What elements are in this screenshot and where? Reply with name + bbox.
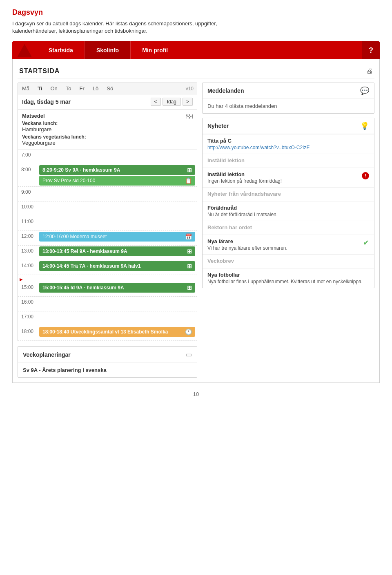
news-item-instaldd-1: Inställd lektion	[203, 154, 374, 168]
day-nav: < Idag >	[151, 98, 193, 106]
weekday-so[interactable]: Sö	[102, 83, 117, 94]
event-rel-9a-icon: ⊞	[187, 248, 192, 255]
event-moderna-museet[interactable]: 12:00-16:00 Moderna museet 📅	[39, 232, 195, 242]
time-slot-1200: 12:00 12:00-16:00 Moderna museet 📅	[18, 231, 197, 246]
veckoplaneringar-box: Veckoplaneringar ▭ Sv 9A - Årets planeri…	[18, 346, 197, 378]
nav-startsida[interactable]: Startsida	[37, 41, 85, 59]
meddelanden-icon: 💬	[360, 86, 369, 95]
main-content: STARTSIDA 🖨 Må Ti On To Fr Lö	[12, 59, 380, 383]
page-description: I dagsvyn ser du aktuell dags kalender. …	[12, 20, 380, 35]
news-item-vardnadshavare: Nyheter från vårdnadshavare	[203, 187, 374, 201]
time-content-900	[38, 187, 197, 188]
weekday-to[interactable]: To	[62, 83, 76, 94]
time-slot-900: 9:00	[18, 187, 197, 201]
news-content-instaldd-2: Inställd lektion Ingen lektion på fredag…	[207, 171, 282, 184]
event-prov-sv-icon: 📋	[185, 177, 192, 184]
event-id-9a-label: 15:00-15:45 Id 9A - hemklassum 9A	[42, 285, 124, 291]
event-utvecklingssamtal[interactable]: 18:00-18:40 Utvecklingssamtal vt 13 Elis…	[39, 327, 195, 337]
news-body-fotbollar: Nya fotbollar finns i uppehållsrummet. K…	[207, 279, 369, 284]
time-label-1100: 11:00	[18, 216, 38, 224]
news-title-instaldd-2[interactable]: Inställd lektion	[207, 171, 282, 177]
time-label-700: 7:00	[18, 150, 38, 158]
news-title-rektorn[interactable]: Rektorn har ordet	[207, 224, 369, 230]
event-id-9a[interactable]: 15:00-15:45 Id 9A - hemklassum 9A ⊞	[39, 283, 195, 293]
news-title-veckobrev[interactable]: Veckobrev	[207, 258, 369, 264]
time-slot-1800: 18:00 18:00-18:40 Utvecklingssamtal vt 1…	[18, 326, 197, 341]
time-slot-1700: 17:00	[18, 311, 197, 326]
time-content-1200: 12:00-16:00 Moderna museet 📅	[38, 231, 197, 242]
veckoplaneringar-icon: ▭	[186, 351, 192, 358]
news-row-instaldd-2: Inställd lektion Ingen lektion på fredag…	[207, 171, 369, 184]
nav-minprofil[interactable]: Min profil	[130, 41, 179, 59]
two-col-layout: Må Ti On To Fr Lö Sö v10 Idag, tisdag 5 …	[18, 83, 374, 378]
nyheter-title: Nyheter	[207, 123, 229, 129]
event-sv-9a-icon: ⊞	[187, 167, 192, 173]
prev-day-button[interactable]: <	[151, 98, 161, 106]
time-slot-800: 8:00 8:20-9:20 Sv 9A - hemklassum 9A ⊞ P…	[18, 164, 197, 187]
vp-item-sv9a[interactable]: Sv 9A - Årets planering i svenska	[23, 367, 192, 373]
nyheter-panel: Nyheter 💡 Titta på C http://www.youtube.…	[202, 118, 374, 288]
news-title-foraldrarad[interactable]: Föräldraråd	[207, 205, 369, 211]
nav-help-button[interactable]: ?	[362, 41, 380, 59]
startsida-title: STARTSIDA	[19, 67, 60, 75]
event-prov-sv-label: Prov Sv Prov sid 20-100	[42, 178, 95, 183]
nyheter-icon: 💡	[360, 121, 369, 130]
week-label: v10	[183, 83, 197, 94]
event-utvecklingssamtal-label: 18:00-18:40 Utvecklingssamtal vt 13 Elis…	[42, 329, 168, 335]
small-arrow-indicator: ▶	[18, 275, 197, 282]
news-title-nylararare[interactable]: Nya lärare	[207, 238, 287, 244]
veckans-lunch-value: Hamburgare	[22, 126, 193, 132]
event-rel-9a-label: 13:00-13:45 Rel 9A - hemklassum 9A	[42, 248, 127, 254]
time-content-1700	[38, 311, 197, 313]
nyheter-header: Nyheter 💡	[203, 118, 374, 134]
print-icon[interactable]: 🖨	[366, 67, 373, 75]
veckans-veg-label: Veckans vegetariska lunch:	[22, 134, 193, 140]
news-badge-green: ✔	[363, 238, 369, 247]
left-column: Må Ti On To Fr Lö Sö v10 Idag, tisdag 5 …	[18, 83, 197, 378]
next-day-button[interactable]: >	[183, 98, 193, 106]
time-content-700	[38, 150, 197, 151]
time-label-1600: 16:00	[18, 297, 38, 305]
arrow-icon: ▶	[20, 277, 23, 282]
matsedel-title: Matsedel	[22, 113, 193, 119]
page-number: 10	[12, 383, 380, 405]
event-moderna-museet-label: 12:00-16:00 Moderna museet	[42, 234, 107, 239]
news-link-titta[interactable]: http://www.youtube.com/watch?v=btuxO-C2I…	[207, 145, 369, 150]
today-button[interactable]: Idag	[163, 98, 181, 106]
time-slot-700: 7:00	[18, 150, 197, 164]
weekday-ma[interactable]: Må	[18, 83, 33, 94]
weekday-lo[interactable]: Lö	[89, 83, 102, 94]
page-title: Dagsvyn	[12, 8, 380, 17]
weekday-fr[interactable]: Fr	[75, 83, 88, 94]
startsida-header: STARTSIDA 🖨	[18, 64, 374, 78]
news-item-foraldrarad: Föräldraråd Nu är det föräldraråd i mats…	[203, 201, 374, 221]
nav-logo	[12, 41, 37, 59]
weekday-on[interactable]: On	[46, 83, 61, 94]
event-moderna-museet-icon: 📅	[185, 233, 192, 240]
time-content-1100	[38, 216, 197, 218]
time-slot-1500: 15:00 15:00-15:45 Id 9A - hemklassum 9A …	[18, 282, 197, 297]
calendar-box: Må Ti On To Fr Lö Sö v10 Idag, tisdag 5 …	[18, 83, 197, 341]
time-content-1500: 15:00-15:45 Id 9A - hemklassum 9A ⊞	[38, 282, 197, 293]
time-label-1800: 18:00	[18, 326, 38, 334]
time-label-1200: 12:00	[18, 231, 38, 239]
time-slot-1400: 14:00 14:00-14:45 Trä 7A - hemklassum 9A…	[18, 260, 197, 275]
event-sv-9a[interactable]: 8:20-9:20 Sv 9A - hemklassum 9A ⊞	[39, 165, 195, 175]
news-title-fotbollar[interactable]: Nya fotbollar	[207, 272, 369, 278]
event-tra-7a[interactable]: 14:00-14:45 Trä 7A - hemklassum 9A halv1…	[39, 261, 195, 271]
veckans-veg-value: Veggoburgare	[22, 140, 193, 146]
time-content-1400: 14:00-14:45 Trä 7A - hemklassum 9A halv1…	[38, 260, 197, 272]
matsedel-icon: 🍽	[186, 113, 193, 120]
nav-bar: Startsida Skolinfo Min profil ?	[12, 41, 380, 59]
nav-skolinfo[interactable]: Skolinfo	[85, 41, 130, 59]
event-prov-sv[interactable]: Prov Sv Prov sid 20-100 📋	[39, 176, 195, 186]
news-content-nylararare: Nya lärare Vi har tre nya lärare efter s…	[207, 238, 287, 251]
event-rel-9a[interactable]: 13:00-13:45 Rel 9A - hemklassum 9A ⊞	[39, 246, 195, 256]
time-label-1400: 14:00	[18, 260, 38, 268]
news-title-titta[interactable]: Titta på C	[207, 138, 369, 144]
time-content-1300: 13:00-13:45 Rel 9A - hemklassum 9A ⊞	[38, 246, 197, 257]
news-title-instaldd-1[interactable]: Inställd lektion	[207, 157, 369, 163]
meddelanden-text: Du har 4 olästa meddelanden	[207, 103, 277, 109]
news-title-vardnadshavare[interactable]: Nyheter från vårdnadshavare	[207, 191, 369, 197]
weekday-ti[interactable]: Ti	[33, 83, 46, 94]
